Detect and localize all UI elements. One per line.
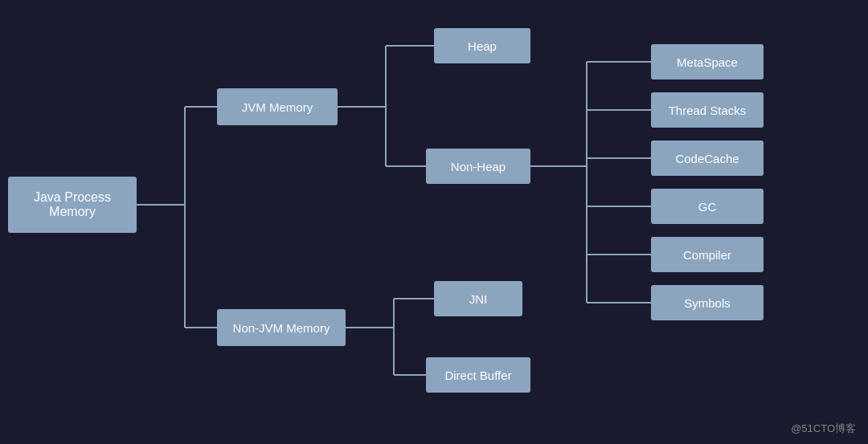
watermark: @51CTO博客 — [791, 422, 856, 436]
java-process-memory-node: Java ProcessMemory — [8, 177, 137, 233]
compiler-node: Compiler — [651, 237, 764, 272]
gc-node: GC — [651, 189, 764, 224]
metaspace-node: MetaSpace — [651, 44, 764, 79]
symbols-node: Symbols — [651, 285, 764, 320]
thread-stacks-node: Thread Stacks — [651, 92, 764, 128]
non-heap-node: Non-Heap — [426, 149, 530, 184]
diagram-container: Java ProcessMemory JVM Memory Non-JVM Me… — [0, 0, 868, 444]
heap-node: Heap — [434, 28, 530, 63]
non-jvm-memory-node: Non-JVM Memory — [217, 309, 346, 346]
codecache-node: CodeCache — [651, 141, 764, 176]
jvm-memory-node: JVM Memory — [217, 88, 338, 125]
jni-node: JNI — [434, 281, 522, 316]
direct-buffer-node: Direct Buffer — [426, 357, 530, 393]
